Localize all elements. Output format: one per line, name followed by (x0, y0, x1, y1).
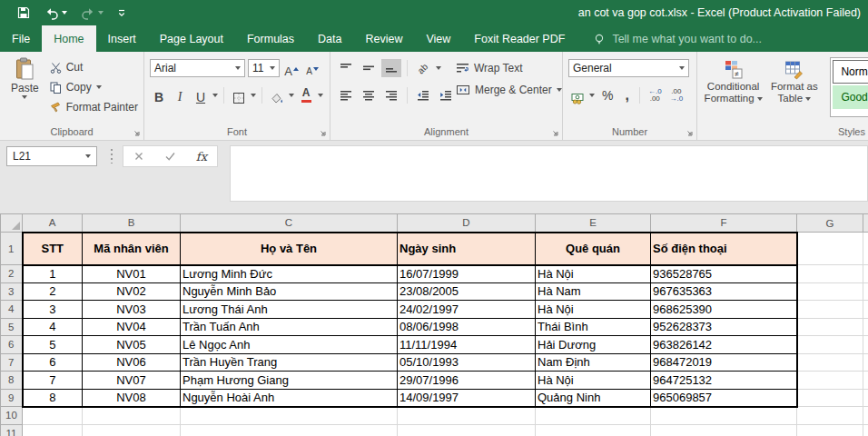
row-header[interactable]: 10 (1, 407, 23, 425)
tab-file[interactable]: File (0, 25, 42, 52)
paste-dropdown-arrow[interactable] (22, 95, 27, 99)
align-center-button[interactable] (359, 86, 379, 104)
copy-dropdown-arrow[interactable] (96, 85, 102, 89)
cell[interactable]: Quảng Ninh (536, 389, 651, 407)
insert-function-button[interactable]: fx (196, 150, 207, 164)
cell[interactable] (797, 353, 863, 372)
font-dialog-launcher-icon[interactable] (319, 129, 326, 136)
cell[interactable] (797, 407, 863, 425)
font-color-dropdown-arrow[interactable] (318, 94, 323, 97)
bottom-align-button[interactable] (381, 59, 401, 77)
cell[interactable] (797, 336, 863, 354)
cell[interactable]: 05/10/1993 (398, 353, 536, 372)
cell[interactable] (797, 282, 863, 301)
conditional-formatting-dropdown-arrow[interactable] (757, 97, 763, 101)
cell[interactable] (398, 424, 536, 436)
cell[interactable]: Nam Định (536, 353, 651, 372)
increase-decimal-button[interactable]: ←.0 .00 (648, 88, 662, 103)
cell[interactable] (23, 407, 83, 425)
number-dialog-launcher-icon[interactable] (686, 129, 693, 136)
cell[interactable]: Lương Thái Anh (181, 301, 398, 319)
tab-foxit-reader-pdf[interactable]: Foxit Reader PDF (462, 25, 577, 52)
fill-color-dropdown-arrow[interactable] (289, 94, 294, 97)
name-box[interactable]: L21 (6, 146, 97, 166)
cell[interactable]: Hà Nội (536, 265, 651, 283)
cell[interactable] (797, 318, 863, 336)
cell[interactable]: Trần Tuấn Anh (181, 318, 398, 336)
cell[interactable]: 1 (23, 265, 83, 283)
font-name-combo[interactable]: Arial (150, 59, 245, 77)
cell[interactable] (181, 407, 398, 425)
cell[interactable]: Quê quán (536, 233, 651, 265)
cell[interactable]: 968472019 (651, 353, 797, 372)
column-header-e[interactable]: E (536, 214, 651, 233)
cell[interactable]: NV04 (83, 318, 181, 336)
cell[interactable]: 29/07/1996 (398, 372, 536, 390)
middle-align-button[interactable] (359, 59, 379, 77)
cell[interactable]: Hà Nội (536, 372, 651, 390)
row-header[interactable]: 4 (1, 301, 23, 319)
row-header[interactable]: 2 (1, 265, 23, 283)
number-format-dropdown-arrow[interactable] (679, 66, 685, 70)
cell[interactable]: Phạm Hương Giang (181, 372, 398, 390)
cell[interactable] (83, 407, 181, 425)
top-align-button[interactable] (336, 59, 356, 77)
merge-center-dropdown-arrow[interactable] (557, 88, 562, 92)
cell[interactable]: Ngày sinh (398, 233, 536, 265)
save-icon[interactable] (16, 5, 31, 20)
cell[interactable] (398, 407, 536, 425)
align-right-button[interactable] (381, 86, 401, 104)
cell[interactable]: 11/11/1994 (398, 336, 536, 354)
cell[interactable]: 08/06/1998 (398, 318, 536, 336)
font-size-dropdown-arrow[interactable] (270, 66, 275, 70)
undo-button[interactable] (44, 6, 67, 20)
wrap-text-button[interactable]: Wrap Text (456, 57, 562, 79)
customize-quick-access-icon[interactable] (117, 8, 126, 18)
tab-insert[interactable]: Insert (96, 25, 148, 52)
cell[interactable]: Số điện thoại (651, 233, 797, 265)
cell[interactable]: 7 (23, 372, 83, 390)
cell[interactable]: Hà Nam (536, 282, 651, 301)
cell[interactable] (181, 424, 398, 436)
align-left-button[interactable] (336, 86, 356, 104)
cell[interactable]: Nguyễn Hoài Anh (181, 389, 398, 407)
cell[interactable]: Trần Huyền Trang (181, 353, 398, 372)
cell[interactable]: 6 (23, 353, 83, 372)
alignment-dialog-launcher-icon[interactable] (551, 129, 558, 136)
cell[interactable]: 964725132 (651, 372, 797, 390)
tab-view[interactable]: View (414, 25, 462, 52)
cell[interactable]: NV08 (83, 389, 181, 407)
cell[interactable]: Mã nhân viên (83, 233, 181, 265)
style-normal[interactable]: Normal (833, 60, 868, 84)
cell[interactable] (797, 372, 863, 390)
borders-button[interactable] (230, 86, 248, 104)
row-header[interactable]: 6 (1, 336, 23, 354)
cell[interactable]: 968625390 (651, 301, 797, 319)
grow-font-button[interactable]: A (282, 59, 301, 77)
cell[interactable] (797, 389, 863, 407)
font-color-button[interactable]: A (297, 86, 315, 104)
cell[interactable]: 3 (23, 301, 83, 319)
tab-page-layout[interactable]: Page Layout (148, 25, 235, 52)
cell[interactable] (83, 424, 181, 436)
format-painter-button[interactable]: Format Painter (50, 97, 138, 117)
format-as-table-dropdown-arrow[interactable] (805, 97, 811, 101)
tab-data[interactable]: Data (306, 25, 353, 52)
cell[interactable] (536, 407, 651, 425)
row-header[interactable]: 9 (1, 389, 23, 407)
name-box-dropdown-arrow[interactable] (85, 154, 91, 158)
cell[interactable]: Thái Bình (536, 318, 651, 336)
cell[interactable] (797, 424, 863, 436)
format-as-table-button[interactable]: Format as Table (764, 57, 824, 117)
decrease-decimal-button[interactable]: .00 →.0 (670, 88, 684, 103)
cell[interactable]: Lê Ngọc Anh (181, 336, 398, 354)
cell[interactable]: 952628373 (651, 318, 797, 336)
cell[interactable]: NV03 (83, 301, 181, 319)
cell[interactable]: NV05 (83, 336, 181, 354)
tab-formulas[interactable]: Formulas (235, 25, 306, 52)
cell[interactable] (797, 233, 863, 265)
cut-button[interactable]: Cut (50, 57, 138, 77)
tab-review[interactable]: Review (353, 25, 414, 52)
font-size-combo[interactable]: 11 (248, 59, 280, 77)
row-header[interactable]: 8 (1, 372, 23, 390)
